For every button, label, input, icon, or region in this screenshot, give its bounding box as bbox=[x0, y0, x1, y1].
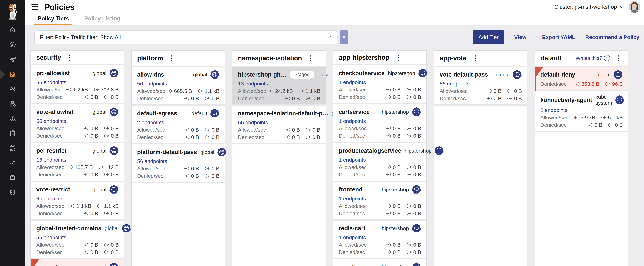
chevron-down-icon bbox=[620, 5, 624, 9]
ingress-value: 5.9 kB bbox=[580, 114, 595, 120]
sidebar-item-service-graph[interactable] bbox=[9, 86, 16, 93]
tier-column-default: default Whats this? ? ⋮ default-deny glo… bbox=[535, 51, 628, 266]
policy-card-cartservice[interactable]: cartservice hipstershop ns 1 endpoints A… bbox=[333, 104, 426, 143]
trend-icon bbox=[9, 160, 16, 167]
endpoints-link[interactable]: 2 endpoints bbox=[137, 120, 164, 125]
sidebar-item-policies[interactable] bbox=[9, 71, 16, 78]
endpoints-link[interactable]: 1 endpoints bbox=[339, 196, 366, 202]
endpoints-link[interactable]: 56 endpoints bbox=[238, 120, 268, 125]
policy-card-vote-restrict[interactable]: vote-restrict global 6 endpoints Allowed… bbox=[31, 182, 124, 220]
policy-card-redis-cart[interactable]: redis-cart hipstershop ns 1 endpoints Al… bbox=[333, 220, 426, 260]
egress-icon bbox=[104, 250, 109, 254]
tier-cards: default-deny global Denied/sec353.5 B96 … bbox=[535, 67, 628, 132]
egress-value: 1.1 kB bbox=[104, 203, 119, 209]
policy-card-namespace-isolation-default-p[interactable]: namespace-isolation-default-p… global 56… bbox=[232, 106, 326, 144]
hamburger-menu-icon[interactable] bbox=[32, 4, 38, 10]
egress-icon bbox=[104, 134, 109, 138]
policy-card-productcatalogservice[interactable]: productcatalogservice hipstershop ns 1 e… bbox=[333, 143, 426, 182]
calico-cat-logo[interactable] bbox=[0, 0, 25, 23]
policy-card-hipstershop-gh[interactable]: hipstershop-gh… Staged hipstershop ns 13… bbox=[232, 67, 326, 106]
policy-card-vote-allowlist[interactable]: vote-allowlist global 56 endpoints Allow… bbox=[31, 104, 124, 143]
endpoints-link[interactable]: 56 endpoints bbox=[137, 158, 167, 164]
sidebar-item-topology[interactable] bbox=[9, 56, 16, 63]
cluster-selector[interactable]: Cluster: jlt-msft-workshop bbox=[554, 4, 624, 10]
ingress-icon bbox=[83, 250, 89, 254]
endpoints-link[interactable]: 56 endpoints bbox=[36, 234, 66, 240]
tier-menu-icon[interactable]: ⋮ bbox=[167, 55, 176, 62]
tab-policy-tiers[interactable]: Policy Tiers bbox=[34, 16, 72, 25]
tier-column-app-hipstershop: app-hipstershop ? ⋮ checkoutservice hips… bbox=[333, 51, 426, 266]
export-yaml-button[interactable]: Export YAML bbox=[542, 34, 575, 40]
sidebar-item-flow-tree[interactable] bbox=[9, 101, 16, 108]
endpoints-link[interactable]: 56 endpoints bbox=[36, 118, 66, 124]
ingress-value: 1.1 kB bbox=[76, 203, 91, 209]
endpoints-link[interactable]: 1 endpoints bbox=[339, 118, 366, 124]
policy-card-default-deny[interactable]: default-deny global Denied/sec353.5 B96 … bbox=[535, 67, 628, 91]
tier-menu-icon[interactable]: ⋮ bbox=[614, 55, 623, 62]
ingress-value: 0 B bbox=[494, 96, 502, 101]
policy-card-emailservice[interactable]: emailservice hipstershop ns 1 endpoints … bbox=[333, 260, 426, 266]
ingress-icon bbox=[83, 95, 89, 99]
policy-card-frontend[interactable]: frontend hipstershop ns 1 endpoints Allo… bbox=[333, 182, 426, 220]
policy-name: default-egress bbox=[137, 110, 177, 117]
egress-icon bbox=[204, 174, 210, 178]
endpoints-link[interactable]: 2 endpoints bbox=[540, 107, 568, 113]
sidebar-item-metrics[interactable] bbox=[9, 145, 16, 152]
endpoints-link[interactable]: 1 endpoints bbox=[339, 157, 366, 163]
global-scope-icon bbox=[109, 107, 119, 117]
policy-card-pci-restrict[interactable]: pci-restrict global 13 endpoints Allowed… bbox=[31, 143, 124, 182]
sidebar-item-packages[interactable] bbox=[9, 174, 16, 181]
tier-menu-icon[interactable]: ⋮ bbox=[394, 54, 403, 61]
policy-name: namespace-isolation-default-p… bbox=[238, 110, 328, 117]
policy-tiers-board: security ? ⋮ pci-allowlist global 56 end… bbox=[31, 51, 628, 266]
tier-menu-icon[interactable]: ⋮ bbox=[306, 55, 315, 62]
policy-name: allow-dns bbox=[137, 71, 164, 78]
sidebar-item-clusters[interactable] bbox=[9, 116, 16, 122]
svg-text:ns: ns bbox=[619, 102, 620, 103]
policy-card-checkoutservice[interactable]: checkoutservice hipstershop ns 1 endpoin… bbox=[333, 66, 426, 104]
add-tier-button[interactable]: Add Tier bbox=[473, 30, 504, 44]
policy-card-platform-default-pass[interactable]: platform-default-pass global 56 endpoint… bbox=[132, 144, 225, 183]
ingress-icon bbox=[386, 172, 391, 177]
clear-filter-button[interactable]: ✕ bbox=[340, 30, 348, 44]
policy-filter-dropdown[interactable]: Filter: Policy Traffic filter: Show All bbox=[34, 30, 337, 44]
egress-value: 0 B bbox=[413, 164, 421, 170]
traffic-label: Allowed/sec bbox=[339, 242, 367, 248]
policy-card-pci-allowlist[interactable]: pci-allowlist global 56 endpoints Allowe… bbox=[31, 66, 124, 104]
policy-card-global-trusted-domains[interactable]: global-trusted-domains global 56 endpoin… bbox=[31, 220, 124, 260]
avatar-image bbox=[628, 1, 640, 13]
policy-card-default-egress[interactable]: default-egress default ns 2 endpoints Al… bbox=[132, 106, 225, 144]
policy-card-quarantine[interactable]: quarantine global 0 endpoints bbox=[31, 260, 124, 266]
sidebar-item-home[interactable] bbox=[9, 27, 16, 34]
tab-policy-listing[interactable]: Policy Listing bbox=[81, 16, 124, 25]
ingress-value: 0 B bbox=[393, 203, 401, 209]
tier-menu-icon[interactable]: ⋮ bbox=[471, 55, 480, 62]
endpoints-link[interactable]: 56 endpoints bbox=[440, 81, 470, 86]
policy-card-allow-dns[interactable]: allow-dns global 56 endpoints Allowed/se… bbox=[132, 67, 225, 106]
policy-card-konnectivity-agent[interactable]: konnectivity-agent kube-system ns 2 endp… bbox=[535, 91, 628, 132]
sidebar-item-trend[interactable] bbox=[9, 160, 16, 166]
endpoints-link[interactable]: 56 endpoints bbox=[36, 79, 66, 85]
tier-menu-icon[interactable]: ⋮ bbox=[66, 54, 74, 61]
endpoints-link[interactable]: 13 endpoints bbox=[238, 81, 268, 86]
ingress-value: 0 B bbox=[393, 242, 401, 248]
traffic-label: Denied/sec bbox=[238, 134, 264, 140]
endpoints-link[interactable]: 1 endpoints bbox=[339, 234, 366, 240]
sidebar-item-dashboard[interactable] bbox=[9, 42, 16, 48]
traffic-label: Allowed/sec bbox=[540, 114, 568, 120]
endpoints-link[interactable]: 56 endpoints bbox=[137, 81, 167, 86]
endpoints-link[interactable]: 13 endpoints bbox=[36, 157, 66, 163]
policy-card-vote-default-pass[interactable]: vote-default-pass global 56 endpoints Al… bbox=[434, 67, 527, 106]
sidebar-item-compliance[interactable] bbox=[9, 130, 16, 137]
user-avatar[interactable] bbox=[628, 1, 640, 13]
egress-icon bbox=[605, 82, 610, 86]
sidebar-item-shield-check[interactable] bbox=[9, 189, 16, 196]
home-icon bbox=[9, 26, 16, 34]
whats-this-link[interactable]: Whats this? ? bbox=[576, 55, 610, 61]
recommend-policy-button[interactable]: Recommend a Policy bbox=[585, 34, 640, 40]
egress-icon bbox=[406, 204, 412, 208]
view-dropdown[interactable]: View bbox=[514, 34, 532, 40]
endpoints-link[interactable]: 1 endpoints bbox=[339, 79, 366, 85]
ingress-icon bbox=[285, 96, 290, 101]
endpoints-link[interactable]: 6 endpoints bbox=[36, 196, 64, 202]
